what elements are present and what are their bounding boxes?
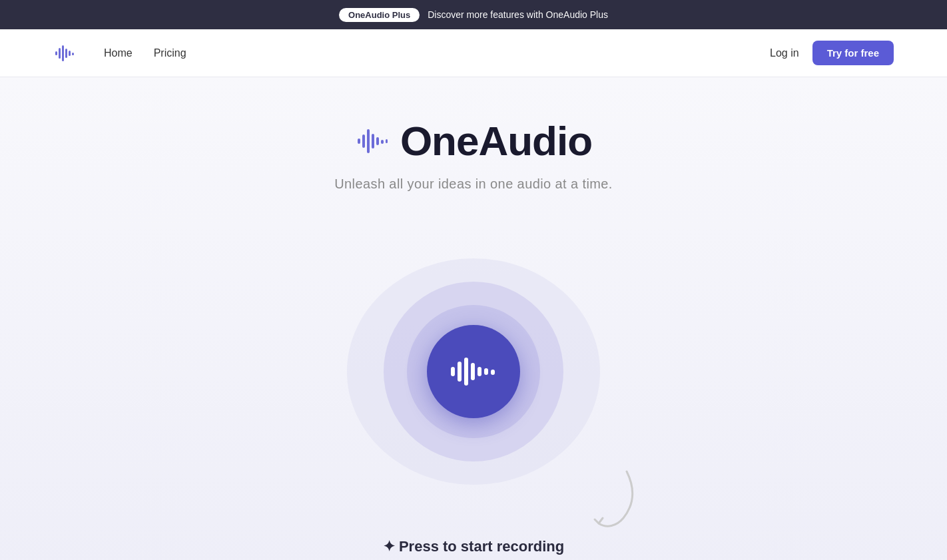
hero-title-text: OneAudio bbox=[400, 117, 592, 164]
svg-rect-7 bbox=[362, 135, 365, 148]
record-button[interactable] bbox=[427, 325, 520, 418]
center-visual bbox=[334, 232, 613, 511]
svg-rect-5 bbox=[72, 53, 74, 55]
svg-rect-13 bbox=[451, 367, 455, 376]
plus-pill[interactable]: OneAudio Plus bbox=[339, 8, 420, 22]
svg-rect-8 bbox=[367, 129, 370, 153]
nav-links: Home Pricing bbox=[104, 47, 186, 59]
svg-rect-18 bbox=[484, 368, 488, 375]
nav-pricing[interactable]: Pricing bbox=[154, 47, 186, 59]
login-button[interactable]: Log in bbox=[770, 47, 799, 59]
svg-rect-19 bbox=[491, 370, 495, 375]
banner-text: Discover more features with OneAudio Plu… bbox=[428, 9, 608, 20]
hero-title: OneAudio bbox=[355, 117, 592, 164]
curved-arrow-icon bbox=[587, 465, 640, 531]
navbar: Home Pricing Log in Try for free bbox=[0, 29, 947, 77]
nav-right: Log in Try for free bbox=[770, 41, 894, 65]
svg-rect-15 bbox=[464, 358, 468, 386]
svg-rect-0 bbox=[55, 51, 57, 55]
svg-rect-9 bbox=[372, 134, 374, 148]
top-banner: OneAudio Plus Discover more features wit… bbox=[0, 0, 947, 29]
svg-rect-11 bbox=[381, 140, 384, 144]
main-content: OneAudio Unleash all your ideas in one a… bbox=[0, 77, 947, 560]
hero-logo-icon bbox=[355, 124, 390, 158]
nav-logo[interactable] bbox=[53, 41, 77, 65]
cta-section: ✦ Press to start recording OneAudio will… bbox=[377, 538, 570, 560]
hero-subtitle: Unleash all your ideas in one audio at a… bbox=[334, 176, 613, 192]
svg-rect-10 bbox=[376, 137, 379, 145]
cta-title: ✦ Press to start recording bbox=[377, 538, 570, 555]
record-waveform-icon bbox=[447, 355, 500, 388]
svg-rect-14 bbox=[458, 362, 462, 382]
nav-home[interactable]: Home bbox=[104, 47, 133, 59]
try-free-button[interactable]: Try for free bbox=[812, 41, 894, 65]
svg-rect-6 bbox=[358, 139, 360, 144]
svg-rect-12 bbox=[386, 139, 388, 143]
svg-rect-1 bbox=[59, 48, 61, 59]
svg-rect-16 bbox=[471, 363, 475, 380]
svg-rect-4 bbox=[69, 51, 71, 56]
svg-rect-2 bbox=[62, 45, 64, 61]
svg-rect-17 bbox=[477, 367, 481, 376]
svg-rect-3 bbox=[65, 49, 67, 58]
logo-icon bbox=[53, 41, 77, 65]
